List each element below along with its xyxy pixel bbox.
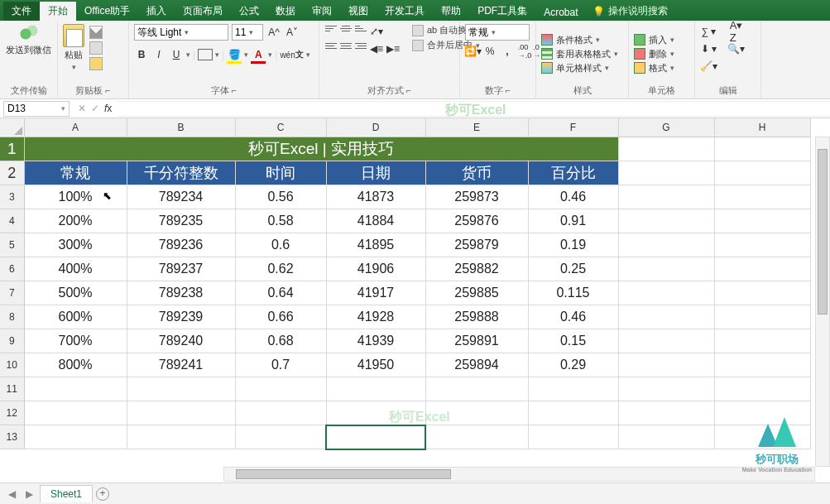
tab-developer[interactable]: 开发工具	[377, 2, 433, 21]
shrink-font-button[interactable]: A˅	[285, 25, 300, 40]
cell[interactable]	[326, 377, 425, 401]
align-bottom-button[interactable]	[354, 24, 367, 36]
cell[interactable]	[714, 425, 810, 449]
fill-color-button[interactable]: 🪣	[227, 47, 242, 62]
cell[interactable]	[618, 257, 714, 281]
header-cell[interactable]: 千分符整数	[127, 161, 235, 185]
cell[interactable]: 789240	[127, 329, 235, 353]
align-middle-button[interactable]	[339, 24, 353, 36]
sheet-nav-prev[interactable]: ◀	[5, 488, 19, 500]
cell[interactable]: 0.91	[528, 209, 618, 233]
cell[interactable]	[714, 353, 810, 377]
fx-button[interactable]: fx	[104, 103, 112, 114]
number-format-combo[interactable]: 常规▾	[465, 24, 530, 41]
autosum-button[interactable]: ∑ ▾	[700, 24, 717, 39]
paste-button[interactable]: 粘贴 ▾	[63, 24, 84, 71]
cell[interactable]: 0.66	[235, 305, 326, 329]
cell[interactable]	[618, 329, 714, 353]
cell[interactable]	[235, 425, 326, 449]
cell[interactable]	[326, 425, 425, 449]
cell[interactable]	[618, 353, 714, 377]
cell[interactable]: 41928	[326, 305, 425, 329]
cell[interactable]: 0.58	[235, 209, 326, 233]
row-header[interactable]: 4	[0, 209, 24, 233]
cell[interactable]: 0.46	[528, 185, 618, 209]
cell[interactable]	[714, 281, 810, 305]
cell[interactable]	[618, 305, 714, 329]
cell[interactable]: 400%	[24, 257, 127, 281]
cell[interactable]: 500%	[24, 281, 127, 305]
format-cells-button[interactable]: 格式 ▾	[634, 62, 689, 74]
underline-button[interactable]: U	[169, 47, 184, 62]
cell[interactable]	[714, 209, 810, 233]
align-left-button[interactable]	[324, 41, 338, 53]
cell[interactable]: 789234	[127, 185, 235, 209]
conditional-format-button[interactable]: 条件格式 ▾	[541, 34, 623, 46]
tab-help[interactable]: 帮助	[433, 2, 469, 21]
cell[interactable]	[24, 377, 127, 401]
row-header[interactable]: 2	[0, 161, 24, 185]
cell[interactable]: 789236	[127, 233, 235, 257]
column-header[interactable]: B	[127, 118, 235, 137]
cell[interactable]: 41939	[326, 329, 425, 353]
copy-icon[interactable]	[89, 41, 103, 55]
increase-decimal-button[interactable]: .00→.0	[517, 44, 532, 59]
add-sheet-button[interactable]: +	[96, 487, 109, 501]
cell[interactable]	[714, 377, 810, 401]
font-color-button[interactable]: A	[251, 47, 266, 62]
cell[interactable]: 789235	[127, 209, 235, 233]
header-cell[interactable]: 时间	[235, 161, 326, 185]
cell[interactable]	[618, 281, 714, 305]
indent-decrease-button[interactable]: ◀≡	[369, 41, 384, 56]
cell[interactable]: 100%⬉	[24, 185, 127, 209]
cell[interactable]	[714, 257, 810, 281]
cell[interactable]	[618, 137, 714, 161]
clear-button[interactable]: 🧹▾	[700, 59, 717, 74]
cell[interactable]: 0.56	[235, 185, 326, 209]
cell[interactable]	[618, 425, 714, 449]
fill-button[interactable]: ⬇ ▾	[700, 41, 717, 56]
cell[interactable]: 0.68	[235, 329, 326, 353]
tab-page-layout[interactable]: 页面布局	[175, 2, 231, 21]
chevron-down-icon[interactable]: ▾	[306, 50, 310, 59]
cell[interactable]: 41873	[326, 185, 425, 209]
cell[interactable]	[714, 329, 810, 353]
insert-cells-button[interactable]: 插入 ▾	[634, 34, 689, 46]
cell[interactable]: 789239	[127, 305, 235, 329]
cell[interactable]	[528, 377, 618, 401]
cell[interactable]	[127, 377, 235, 401]
align-center-button[interactable]	[339, 41, 353, 53]
select-all-corner[interactable]	[0, 118, 24, 137]
border-button[interactable]	[198, 49, 213, 60]
cut-icon[interactable]	[89, 26, 103, 39]
cell[interactable]: 259891	[425, 329, 528, 353]
worksheet-grid[interactable]: ABCDEFGH1秒可Excel | 实用技巧2常规千分符整数时间日期货币百分比…	[0, 118, 830, 482]
percent-button[interactable]: %	[482, 44, 497, 59]
cell[interactable]: 259888	[425, 305, 528, 329]
header-cell[interactable]: 百分比	[528, 161, 618, 185]
cell[interactable]	[425, 425, 528, 449]
cell[interactable]: 200%	[24, 209, 127, 233]
cell[interactable]	[618, 233, 714, 257]
cell[interactable]: 300%	[24, 233, 127, 257]
row-header[interactable]: 10	[0, 353, 24, 377]
cell[interactable]	[618, 377, 714, 401]
cell[interactable]: 259882	[425, 257, 528, 281]
sheet-nav-next[interactable]: ▶	[22, 488, 36, 500]
tab-review[interactable]: 审阅	[304, 2, 340, 21]
cell[interactable]	[714, 161, 810, 185]
cell[interactable]	[235, 401, 326, 425]
cell[interactable]: 0.19	[528, 233, 618, 257]
cell[interactable]: 0.15	[528, 329, 618, 353]
cell[interactable]	[714, 401, 810, 425]
column-header[interactable]: A	[24, 118, 127, 137]
font-size-combo[interactable]: 11▾	[232, 24, 263, 41]
cell[interactable]: 0.46	[528, 305, 618, 329]
row-header[interactable]: 11	[0, 377, 24, 401]
formula-input[interactable]: 秒可Excel	[117, 101, 830, 117]
font-name-combo[interactable]: 等线 Light▾	[134, 24, 228, 41]
cell[interactable]: 0.64	[235, 281, 326, 305]
cell[interactable]	[714, 185, 810, 209]
column-header[interactable]: G	[618, 118, 714, 137]
cell[interactable]: 41950	[326, 353, 425, 377]
